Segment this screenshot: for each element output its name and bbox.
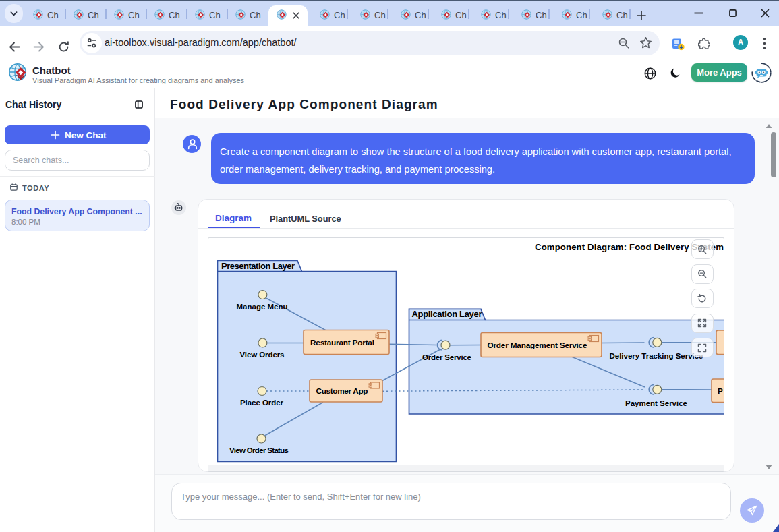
- svg-text:Place Order: Place Order: [240, 398, 284, 407]
- svg-text:Delivery Tracking Service: Delivery Tracking Service: [609, 352, 703, 360]
- svg-text:Manage Menu: Manage Menu: [236, 303, 287, 311]
- svg-text:P: P: [718, 386, 723, 396]
- svg-text:Presentation Layer: Presentation Layer: [221, 261, 295, 271]
- svg-text:View Orders: View Orders: [239, 351, 284, 359]
- svg-text:Payment Service: Payment Service: [625, 399, 687, 407]
- svg-text:Restaurant Portal: Restaurant Portal: [310, 338, 374, 347]
- svg-text:View Order Status: View Order Status: [229, 446, 289, 454]
- svg-text:Order Management Service: Order Management Service: [487, 341, 587, 350]
- svg-text:Order Service: Order Service: [422, 353, 471, 361]
- svg-text:Customer App: Customer App: [316, 386, 368, 396]
- svg-text:Application Layer: Application Layer: [411, 309, 482, 319]
